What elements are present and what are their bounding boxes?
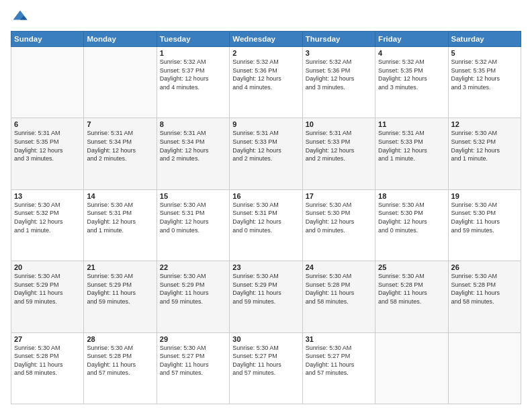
day-info: Sunrise: 5:30 AM Sunset: 5:30 PM Dayligh… <box>451 201 518 234</box>
calendar-cell: 14Sunrise: 5:30 AM Sunset: 5:31 PM Dayli… <box>84 189 157 261</box>
day-number: 1 <box>160 49 226 57</box>
day-info: Sunrise: 5:32 AM Sunset: 5:37 PM Dayligh… <box>160 58 226 91</box>
day-info: Sunrise: 5:30 AM Sunset: 5:28 PM Dayligh… <box>14 344 81 377</box>
calendar-cell: 13Sunrise: 5:30 AM Sunset: 5:32 PM Dayli… <box>11 189 84 261</box>
day-info: Sunrise: 5:30 AM Sunset: 5:27 PM Dayligh… <box>160 344 226 377</box>
calendar-cell: 9Sunrise: 5:31 AM Sunset: 5:33 PM Daylig… <box>230 118 302 189</box>
day-info: Sunrise: 5:30 AM Sunset: 5:30 PM Dayligh… <box>378 201 445 234</box>
day-number: 19 <box>451 192 518 200</box>
calendar-cell: 3Sunrise: 5:32 AM Sunset: 5:36 PM Daylig… <box>302 47 375 118</box>
calendar-header-tuesday: Tuesday <box>157 32 229 47</box>
calendar-week-row: 6Sunrise: 5:31 AM Sunset: 5:35 PM Daylig… <box>11 118 521 189</box>
calendar-cell <box>375 332 448 404</box>
calendar-cell: 30Sunrise: 5:30 AM Sunset: 5:27 PM Dayli… <box>230 332 302 404</box>
day-number: 5 <box>451 49 518 57</box>
day-info: Sunrise: 5:30 AM Sunset: 5:32 PM Dayligh… <box>14 201 81 234</box>
calendar-cell: 16Sunrise: 5:30 AM Sunset: 5:31 PM Dayli… <box>230 189 302 261</box>
day-info: Sunrise: 5:30 AM Sunset: 5:31 PM Dayligh… <box>160 201 226 234</box>
day-number: 29 <box>160 335 226 343</box>
day-number: 3 <box>306 49 372 57</box>
day-info: Sunrise: 5:30 AM Sunset: 5:31 PM Dayligh… <box>87 201 153 234</box>
calendar-cell: 31Sunrise: 5:30 AM Sunset: 5:27 PM Dayli… <box>302 332 375 404</box>
day-info: Sunrise: 5:32 AM Sunset: 5:35 PM Dayligh… <box>451 58 518 91</box>
header <box>11 8 521 27</box>
calendar-week-row: 27Sunrise: 5:30 AM Sunset: 5:28 PM Dayli… <box>11 332 521 404</box>
day-info: Sunrise: 5:30 AM Sunset: 5:27 PM Dayligh… <box>306 344 372 377</box>
day-info: Sunrise: 5:30 AM Sunset: 5:29 PM Dayligh… <box>87 272 153 306</box>
day-info: Sunrise: 5:30 AM Sunset: 5:30 PM Dayligh… <box>306 201 372 234</box>
calendar-cell <box>11 47 84 118</box>
day-number: 12 <box>451 120 518 128</box>
day-number: 10 <box>306 120 372 128</box>
day-number: 16 <box>232 192 299 200</box>
day-info: Sunrise: 5:30 AM Sunset: 5:32 PM Dayligh… <box>451 129 518 163</box>
calendar-header-friday: Friday <box>375 32 448 47</box>
calendar-cell: 29Sunrise: 5:30 AM Sunset: 5:27 PM Dayli… <box>157 332 229 404</box>
calendar-cell: 28Sunrise: 5:30 AM Sunset: 5:28 PM Dayli… <box>84 332 157 404</box>
day-info: Sunrise: 5:31 AM Sunset: 5:33 PM Dayligh… <box>306 129 372 163</box>
calendar-cell: 4Sunrise: 5:32 AM Sunset: 5:35 PM Daylig… <box>375 47 448 118</box>
calendar-header-sunday: Sunday <box>11 32 84 47</box>
calendar-cell: 2Sunrise: 5:32 AM Sunset: 5:36 PM Daylig… <box>230 47 302 118</box>
calendar-header-monday: Monday <box>84 32 157 47</box>
day-info: Sunrise: 5:31 AM Sunset: 5:34 PM Dayligh… <box>160 129 226 163</box>
calendar-header-wednesday: Wednesday <box>230 32 302 47</box>
calendar-cell: 1Sunrise: 5:32 AM Sunset: 5:37 PM Daylig… <box>157 47 229 118</box>
calendar-cell: 8Sunrise: 5:31 AM Sunset: 5:34 PM Daylig… <box>157 118 229 189</box>
calendar-cell: 23Sunrise: 5:30 AM Sunset: 5:29 PM Dayli… <box>230 261 302 332</box>
day-info: Sunrise: 5:30 AM Sunset: 5:28 PM Dayligh… <box>378 272 445 306</box>
day-number: 30 <box>232 335 299 343</box>
day-number: 7 <box>87 120 153 128</box>
day-number: 27 <box>14 335 81 343</box>
day-info: Sunrise: 5:30 AM Sunset: 5:29 PM Dayligh… <box>160 272 226 306</box>
day-number: 25 <box>378 263 445 271</box>
calendar-cell <box>84 47 157 118</box>
day-number: 6 <box>14 120 81 128</box>
day-info: Sunrise: 5:30 AM Sunset: 5:29 PM Dayligh… <box>14 272 81 306</box>
day-info: Sunrise: 5:30 AM Sunset: 5:29 PM Dayligh… <box>232 272 299 306</box>
calendar-cell: 27Sunrise: 5:30 AM Sunset: 5:28 PM Dayli… <box>11 332 84 404</box>
calendar-week-row: 13Sunrise: 5:30 AM Sunset: 5:32 PM Dayli… <box>11 189 521 261</box>
calendar-header-thursday: Thursday <box>302 32 375 47</box>
calendar-week-row: 20Sunrise: 5:30 AM Sunset: 5:29 PM Dayli… <box>11 261 521 332</box>
day-info: Sunrise: 5:30 AM Sunset: 5:31 PM Dayligh… <box>232 201 299 234</box>
calendar-cell: 11Sunrise: 5:31 AM Sunset: 5:33 PM Dayli… <box>375 118 448 189</box>
page: SundayMondayTuesdayWednesdayThursdayFrid… <box>0 0 532 411</box>
calendar-cell: 21Sunrise: 5:30 AM Sunset: 5:29 PM Dayli… <box>84 261 157 332</box>
calendar-cell <box>448 332 521 404</box>
day-number: 20 <box>14 263 81 271</box>
day-number: 17 <box>306 192 372 200</box>
day-number: 4 <box>378 49 445 57</box>
calendar-cell: 24Sunrise: 5:30 AM Sunset: 5:28 PM Dayli… <box>302 261 375 332</box>
calendar-cell: 26Sunrise: 5:30 AM Sunset: 5:28 PM Dayli… <box>448 261 521 332</box>
day-info: Sunrise: 5:30 AM Sunset: 5:27 PM Dayligh… <box>232 344 299 377</box>
day-number: 14 <box>87 192 153 200</box>
day-number: 8 <box>160 120 226 128</box>
logo <box>11 8 32 27</box>
calendar-week-row: 1Sunrise: 5:32 AM Sunset: 5:37 PM Daylig… <box>11 47 521 118</box>
day-number: 22 <box>160 263 226 271</box>
calendar-table: SundayMondayTuesdayWednesdayThursdayFrid… <box>11 31 521 404</box>
day-number: 15 <box>160 192 226 200</box>
day-info: Sunrise: 5:32 AM Sunset: 5:36 PM Dayligh… <box>232 58 299 91</box>
day-info: Sunrise: 5:31 AM Sunset: 5:33 PM Dayligh… <box>378 129 445 163</box>
day-number: 28 <box>87 335 153 343</box>
calendar-cell: 12Sunrise: 5:30 AM Sunset: 5:32 PM Dayli… <box>448 118 521 189</box>
calendar-cell: 6Sunrise: 5:31 AM Sunset: 5:35 PM Daylig… <box>11 118 84 189</box>
day-number: 2 <box>232 49 299 57</box>
day-info: Sunrise: 5:30 AM Sunset: 5:28 PM Dayligh… <box>306 272 372 306</box>
calendar-cell: 5Sunrise: 5:32 AM Sunset: 5:35 PM Daylig… <box>448 47 521 118</box>
calendar-header-saturday: Saturday <box>448 32 521 47</box>
day-info: Sunrise: 5:30 AM Sunset: 5:28 PM Dayligh… <box>451 272 518 306</box>
day-number: 11 <box>378 120 445 128</box>
calendar-cell: 10Sunrise: 5:31 AM Sunset: 5:33 PM Dayli… <box>302 118 375 189</box>
day-number: 21 <box>87 263 153 271</box>
day-number: 24 <box>306 263 372 271</box>
day-number: 9 <box>232 120 299 128</box>
calendar-cell: 22Sunrise: 5:30 AM Sunset: 5:29 PM Dayli… <box>157 261 229 332</box>
day-number: 23 <box>232 263 299 271</box>
day-number: 13 <box>14 192 81 200</box>
day-info: Sunrise: 5:31 AM Sunset: 5:35 PM Dayligh… <box>14 129 81 163</box>
day-number: 26 <box>451 263 518 271</box>
calendar-cell: 17Sunrise: 5:30 AM Sunset: 5:30 PM Dayli… <box>302 189 375 261</box>
